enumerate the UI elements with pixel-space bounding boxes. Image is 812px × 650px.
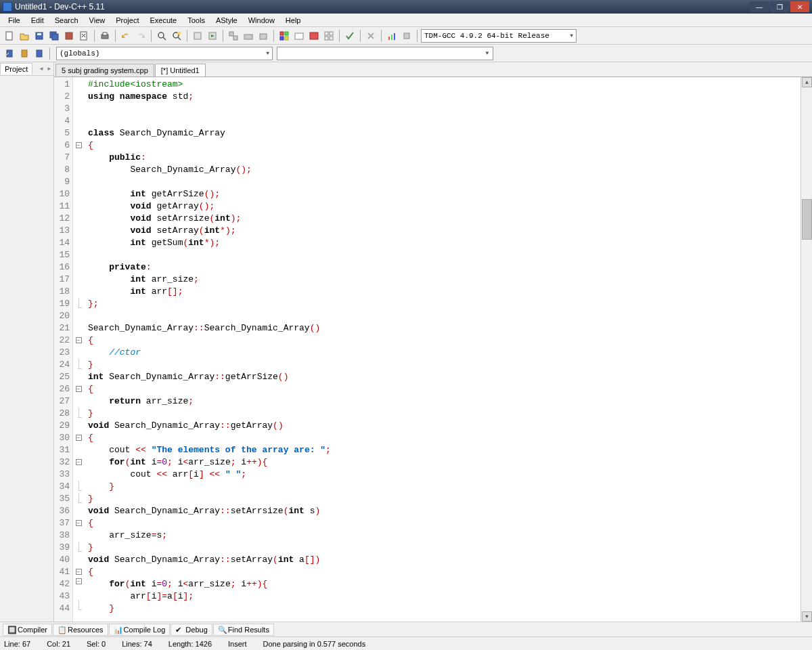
print-button[interactable] [98, 29, 112, 43]
project-tab[interactable]: Project [0, 63, 32, 74]
menu-project[interactable]: Project [110, 15, 144, 26]
stop-button[interactable] [400, 29, 413, 43]
find-button[interactable] [155, 29, 168, 43]
grid-button[interactable] [322, 29, 336, 43]
maximize-button[interactable]: ❐ [770, 1, 789, 12]
svg-rect-30 [394, 33, 395, 40]
code-editor[interactable]: 1234567891011121314151617181920212223242… [54, 77, 812, 622]
menu-view[interactable]: View [84, 15, 111, 26]
svg-rect-19 [285, 32, 288, 35]
vertical-scrollbar[interactable]: ▲ ▼ [800, 77, 812, 622]
scroll-up-icon[interactable]: ▲ [802, 77, 812, 87]
svg-rect-5 [66, 32, 72, 39]
dropdown-icon: ▼ [484, 50, 490, 56]
svg-rect-24 [325, 32, 328, 35]
window-title: Untitled1 - Dev-C++ 5.11 [15, 2, 750, 12]
saveas-button[interactable] [62, 29, 76, 43]
output-tab-resources[interactable]: 📋Resources [53, 624, 108, 636]
scroll-down-icon[interactable]: ▼ [802, 611, 812, 622]
status-length: Length: 1426 [168, 640, 212, 648]
svg-rect-32 [7, 50, 12, 57]
svg-rect-23 [310, 32, 318, 39]
tab-left-arrow[interactable]: ◄ [37, 66, 45, 72]
line-gutter: 1234567891011121314151617181920212223242… [54, 77, 73, 622]
file-tab[interactable]: 5 subj grading system.cpp [55, 64, 154, 77]
svg-rect-25 [330, 32, 333, 35]
profile-button[interactable] [385, 29, 399, 43]
clear-button[interactable] [364, 29, 378, 43]
undo-button[interactable] [119, 29, 133, 43]
menu-bar: FileEditSearchViewProjectExecuteToolsASt… [0, 14, 812, 27]
run-button[interactable] [206, 29, 219, 43]
compiler-icon: 🔲 [7, 626, 16, 634]
globals-select[interactable]: (globals) ▼ [56, 47, 273, 60]
status-message: Done parsing in 0.577 seconds [263, 640, 366, 648]
compile-run-button[interactable] [227, 29, 240, 43]
menu-file[interactable]: File [3, 15, 26, 26]
menu-search[interactable]: Search [49, 15, 84, 26]
svg-rect-21 [285, 37, 288, 40]
new-file-button[interactable] [3, 29, 16, 43]
open-button[interactable] [18, 29, 31, 43]
fullscreen-button[interactable] [307, 29, 321, 43]
compiler-select[interactable]: TDM-GCC 4.9.2 64-bit Release ▼ [421, 29, 577, 43]
output-tabs: 🔲Compiler📋Resources📊Compile Log✔Debug🔍Fi… [0, 622, 812, 636]
function-select[interactable]: ▼ [277, 47, 493, 60]
check-button[interactable] [343, 29, 357, 43]
svg-rect-22 [295, 33, 303, 39]
toolbar-main: TDM-GCC 4.9.2 64-bit Release ▼ [0, 27, 812, 45]
svg-rect-11 [177, 32, 181, 35]
fold-column[interactable]: −−−−−−−− [73, 77, 84, 622]
minimize-button[interactable]: — [750, 1, 769, 12]
debug-button[interactable] [256, 29, 270, 43]
menu-execute[interactable]: Execute [144, 15, 182, 26]
compile-button[interactable] [191, 29, 204, 43]
menu-tools[interactable]: Tools [182, 15, 210, 26]
output-tab-compile-log[interactable]: 📊Compile Log [109, 624, 171, 636]
globals-label: (globals) [60, 49, 99, 58]
svg-rect-16 [244, 35, 252, 39]
project-panel: Project ◄ ► [0, 62, 54, 622]
output-tab-debug[interactable]: ✔Debug [171, 624, 212, 636]
svg-rect-20 [280, 37, 284, 40]
svg-rect-4 [52, 34, 58, 40]
menu-edit[interactable]: Edit [26, 15, 49, 26]
file-tabs: 5 subj grading system.cpp[*] Untitled1 [54, 62, 812, 77]
close-button[interactable]: ✕ [790, 1, 809, 12]
svg-rect-26 [325, 37, 328, 40]
saveall-button[interactable] [47, 29, 61, 43]
find-results-icon: 🔍 [218, 626, 226, 634]
svg-rect-0 [6, 32, 12, 40]
svg-rect-34 [37, 50, 42, 57]
menu-help[interactable]: Help [280, 15, 307, 26]
svg-rect-31 [404, 33, 409, 39]
scroll-thumb[interactable] [802, 199, 812, 240]
svg-rect-12 [194, 32, 201, 39]
toolbar-secondary: (globals) ▼ ▼ [0, 45, 812, 62]
close-file-button[interactable] [77, 29, 91, 43]
svg-point-9 [158, 32, 164, 38]
tab-right-arrow[interactable]: ► [45, 66, 53, 72]
svg-rect-8 [103, 32, 107, 35]
code-content[interactable]: #include<iostream>using namespace std;cl… [84, 77, 800, 622]
output-button[interactable] [292, 29, 306, 43]
titlebar: Untitled1 - Dev-C++ 5.11 — ❐ ✕ [0, 0, 812, 14]
bookmark2-button[interactable] [32, 47, 46, 60]
svg-rect-29 [391, 35, 392, 40]
file-tab[interactable]: [*] Untitled1 [155, 64, 206, 77]
replace-button[interactable] [170, 29, 183, 43]
svg-rect-14 [229, 32, 233, 36]
svg-rect-15 [233, 36, 238, 40]
new-project-button[interactable] [277, 29, 291, 43]
rebuild-button[interactable] [242, 29, 255, 43]
output-tab-find-results[interactable]: 🔍Find Results [213, 624, 274, 636]
resources-icon: 📋 [58, 626, 66, 634]
bookmark-button[interactable] [18, 47, 31, 60]
goto-bookmark-button[interactable] [3, 47, 16, 60]
save-button[interactable] [32, 29, 46, 43]
redo-button[interactable] [134, 29, 148, 43]
menu-window[interactable]: Window [243, 15, 280, 26]
output-tab-compiler[interactable]: 🔲Compiler [3, 624, 52, 636]
menu-astyle[interactable]: AStyle [210, 15, 243, 26]
status-line: Line: 67 [4, 640, 30, 648]
